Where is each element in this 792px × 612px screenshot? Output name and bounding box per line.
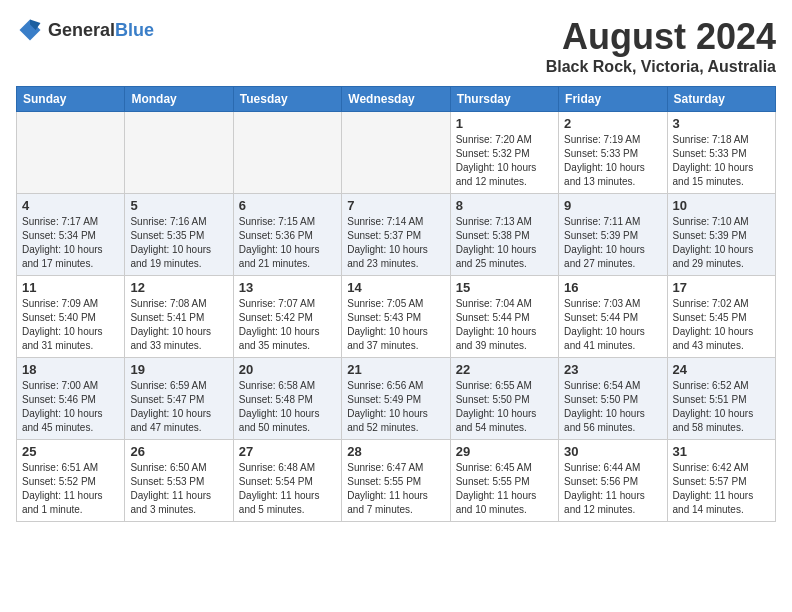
- calendar-day-cell: [125, 112, 233, 194]
- calendar-week-row: 1Sunrise: 7:20 AM Sunset: 5:32 PM Daylig…: [17, 112, 776, 194]
- day-number: 17: [673, 280, 770, 295]
- day-number: 19: [130, 362, 227, 377]
- calendar-day-header: Friday: [559, 87, 667, 112]
- calendar-day-header: Tuesday: [233, 87, 341, 112]
- calendar-day-cell: 8Sunrise: 7:13 AM Sunset: 5:38 PM Daylig…: [450, 194, 558, 276]
- day-number: 13: [239, 280, 336, 295]
- day-number: 29: [456, 444, 553, 459]
- day-info: Sunrise: 7:15 AM Sunset: 5:36 PM Dayligh…: [239, 215, 336, 271]
- calendar-day-cell: 27Sunrise: 6:48 AM Sunset: 5:54 PM Dayli…: [233, 440, 341, 522]
- calendar-day-cell: 1Sunrise: 7:20 AM Sunset: 5:32 PM Daylig…: [450, 112, 558, 194]
- calendar-day-header: Saturday: [667, 87, 775, 112]
- calendar-header-row: SundayMondayTuesdayWednesdayThursdayFrid…: [17, 87, 776, 112]
- day-number: 3: [673, 116, 770, 131]
- day-info: Sunrise: 6:47 AM Sunset: 5:55 PM Dayligh…: [347, 461, 444, 517]
- calendar-day-cell: [233, 112, 341, 194]
- day-info: Sunrise: 7:20 AM Sunset: 5:32 PM Dayligh…: [456, 133, 553, 189]
- day-number: 8: [456, 198, 553, 213]
- day-number: 9: [564, 198, 661, 213]
- day-number: 2: [564, 116, 661, 131]
- day-number: 16: [564, 280, 661, 295]
- calendar-day-cell: 2Sunrise: 7:19 AM Sunset: 5:33 PM Daylig…: [559, 112, 667, 194]
- day-info: Sunrise: 7:18 AM Sunset: 5:33 PM Dayligh…: [673, 133, 770, 189]
- calendar-day-cell: 30Sunrise: 6:44 AM Sunset: 5:56 PM Dayli…: [559, 440, 667, 522]
- day-number: 25: [22, 444, 119, 459]
- logo: GeneralBlue: [16, 16, 154, 44]
- calendar-day-header: Wednesday: [342, 87, 450, 112]
- calendar-day-cell: 14Sunrise: 7:05 AM Sunset: 5:43 PM Dayli…: [342, 276, 450, 358]
- day-info: Sunrise: 6:54 AM Sunset: 5:50 PM Dayligh…: [564, 379, 661, 435]
- day-info: Sunrise: 7:10 AM Sunset: 5:39 PM Dayligh…: [673, 215, 770, 271]
- calendar-day-header: Sunday: [17, 87, 125, 112]
- calendar-day-cell: 21Sunrise: 6:56 AM Sunset: 5:49 PM Dayli…: [342, 358, 450, 440]
- day-number: 24: [673, 362, 770, 377]
- day-number: 23: [564, 362, 661, 377]
- day-info: Sunrise: 7:02 AM Sunset: 5:45 PM Dayligh…: [673, 297, 770, 353]
- calendar-day-cell: 28Sunrise: 6:47 AM Sunset: 5:55 PM Dayli…: [342, 440, 450, 522]
- day-info: Sunrise: 6:44 AM Sunset: 5:56 PM Dayligh…: [564, 461, 661, 517]
- calendar-day-cell: [342, 112, 450, 194]
- page-header: GeneralBlue August 2024 Black Rock, Vict…: [16, 16, 776, 76]
- day-number: 26: [130, 444, 227, 459]
- day-number: 31: [673, 444, 770, 459]
- day-info: Sunrise: 7:19 AM Sunset: 5:33 PM Dayligh…: [564, 133, 661, 189]
- day-info: Sunrise: 6:45 AM Sunset: 5:55 PM Dayligh…: [456, 461, 553, 517]
- calendar-day-cell: [17, 112, 125, 194]
- calendar-day-cell: 7Sunrise: 7:14 AM Sunset: 5:37 PM Daylig…: [342, 194, 450, 276]
- day-info: Sunrise: 7:07 AM Sunset: 5:42 PM Dayligh…: [239, 297, 336, 353]
- day-number: 10: [673, 198, 770, 213]
- calendar-day-cell: 19Sunrise: 6:59 AM Sunset: 5:47 PM Dayli…: [125, 358, 233, 440]
- day-number: 21: [347, 362, 444, 377]
- day-number: 5: [130, 198, 227, 213]
- day-info: Sunrise: 6:59 AM Sunset: 5:47 PM Dayligh…: [130, 379, 227, 435]
- calendar-week-row: 18Sunrise: 7:00 AM Sunset: 5:46 PM Dayli…: [17, 358, 776, 440]
- calendar-day-cell: 6Sunrise: 7:15 AM Sunset: 5:36 PM Daylig…: [233, 194, 341, 276]
- calendar-day-cell: 18Sunrise: 7:00 AM Sunset: 5:46 PM Dayli…: [17, 358, 125, 440]
- day-info: Sunrise: 6:42 AM Sunset: 5:57 PM Dayligh…: [673, 461, 770, 517]
- calendar-day-cell: 22Sunrise: 6:55 AM Sunset: 5:50 PM Dayli…: [450, 358, 558, 440]
- day-info: Sunrise: 7:13 AM Sunset: 5:38 PM Dayligh…: [456, 215, 553, 271]
- day-info: Sunrise: 7:17 AM Sunset: 5:34 PM Dayligh…: [22, 215, 119, 271]
- calendar-week-row: 25Sunrise: 6:51 AM Sunset: 5:52 PM Dayli…: [17, 440, 776, 522]
- day-info: Sunrise: 7:09 AM Sunset: 5:40 PM Dayligh…: [22, 297, 119, 353]
- calendar-week-row: 11Sunrise: 7:09 AM Sunset: 5:40 PM Dayli…: [17, 276, 776, 358]
- calendar-day-cell: 3Sunrise: 7:18 AM Sunset: 5:33 PM Daylig…: [667, 112, 775, 194]
- day-info: Sunrise: 7:14 AM Sunset: 5:37 PM Dayligh…: [347, 215, 444, 271]
- day-info: Sunrise: 7:04 AM Sunset: 5:44 PM Dayligh…: [456, 297, 553, 353]
- day-info: Sunrise: 6:58 AM Sunset: 5:48 PM Dayligh…: [239, 379, 336, 435]
- logo-general: GeneralBlue: [48, 20, 154, 41]
- calendar-day-header: Monday: [125, 87, 233, 112]
- day-info: Sunrise: 6:55 AM Sunset: 5:50 PM Dayligh…: [456, 379, 553, 435]
- day-info: Sunrise: 6:50 AM Sunset: 5:53 PM Dayligh…: [130, 461, 227, 517]
- calendar-table: SundayMondayTuesdayWednesdayThursdayFrid…: [16, 86, 776, 522]
- day-info: Sunrise: 7:00 AM Sunset: 5:46 PM Dayligh…: [22, 379, 119, 435]
- logo-icon: [16, 16, 44, 44]
- calendar-day-header: Thursday: [450, 87, 558, 112]
- calendar-day-cell: 26Sunrise: 6:50 AM Sunset: 5:53 PM Dayli…: [125, 440, 233, 522]
- day-info: Sunrise: 7:03 AM Sunset: 5:44 PM Dayligh…: [564, 297, 661, 353]
- calendar-day-cell: 29Sunrise: 6:45 AM Sunset: 5:55 PM Dayli…: [450, 440, 558, 522]
- calendar-day-cell: 13Sunrise: 7:07 AM Sunset: 5:42 PM Dayli…: [233, 276, 341, 358]
- calendar-day-cell: 31Sunrise: 6:42 AM Sunset: 5:57 PM Dayli…: [667, 440, 775, 522]
- day-info: Sunrise: 6:51 AM Sunset: 5:52 PM Dayligh…: [22, 461, 119, 517]
- day-info: Sunrise: 7:11 AM Sunset: 5:39 PM Dayligh…: [564, 215, 661, 271]
- day-number: 20: [239, 362, 336, 377]
- calendar-day-cell: 12Sunrise: 7:08 AM Sunset: 5:41 PM Dayli…: [125, 276, 233, 358]
- day-info: Sunrise: 6:56 AM Sunset: 5:49 PM Dayligh…: [347, 379, 444, 435]
- calendar-day-cell: 23Sunrise: 6:54 AM Sunset: 5:50 PM Dayli…: [559, 358, 667, 440]
- calendar-day-cell: 9Sunrise: 7:11 AM Sunset: 5:39 PM Daylig…: [559, 194, 667, 276]
- day-number: 18: [22, 362, 119, 377]
- day-number: 27: [239, 444, 336, 459]
- day-info: Sunrise: 6:48 AM Sunset: 5:54 PM Dayligh…: [239, 461, 336, 517]
- calendar-day-cell: 11Sunrise: 7:09 AM Sunset: 5:40 PM Dayli…: [17, 276, 125, 358]
- calendar-week-row: 4Sunrise: 7:17 AM Sunset: 5:34 PM Daylig…: [17, 194, 776, 276]
- calendar-day-cell: 16Sunrise: 7:03 AM Sunset: 5:44 PM Dayli…: [559, 276, 667, 358]
- calendar-day-cell: 25Sunrise: 6:51 AM Sunset: 5:52 PM Dayli…: [17, 440, 125, 522]
- calendar-day-cell: 17Sunrise: 7:02 AM Sunset: 5:45 PM Dayli…: [667, 276, 775, 358]
- day-number: 14: [347, 280, 444, 295]
- day-number: 22: [456, 362, 553, 377]
- day-number: 4: [22, 198, 119, 213]
- day-number: 11: [22, 280, 119, 295]
- day-number: 30: [564, 444, 661, 459]
- calendar-day-cell: 5Sunrise: 7:16 AM Sunset: 5:35 PM Daylig…: [125, 194, 233, 276]
